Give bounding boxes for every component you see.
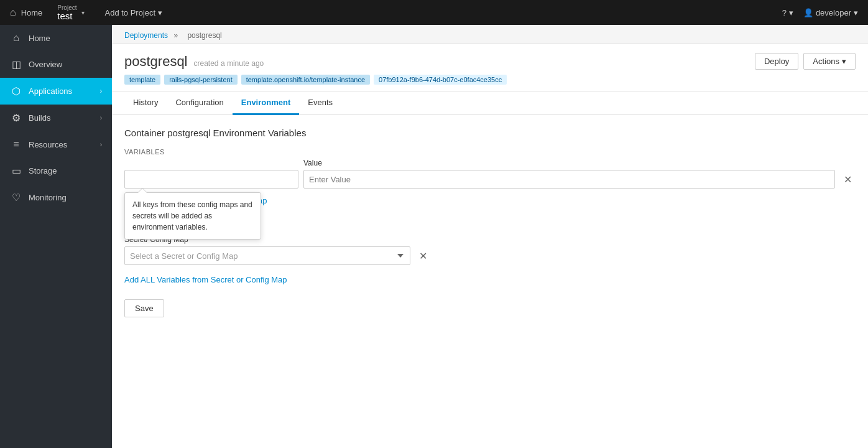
value-col-label: Value [303, 159, 322, 167]
home-nav-item[interactable]: ⌂ Home [10, 7, 42, 18]
home-icon: ⌂ [10, 7, 16, 18]
tabs-bar: History Configuration Environment Events [112, 91, 868, 115]
breadcrumb-separator: » [173, 31, 178, 40]
page-content: Container postgresql Environment Variabl… [112, 115, 868, 330]
sidebar: ⌂ Home ◫ Overview ⬡ Applications › ⚙ Bui… [0, 25, 112, 448]
secret-config-select[interactable]: Select a Secret or Config Map [124, 246, 410, 265]
tag-rails: rails-pgsql-persistent [164, 75, 237, 85]
sidebar-storage-label: Storage [29, 166, 102, 175]
tag-template: template [124, 75, 160, 85]
sidebar-item-home[interactable]: ⌂ Home [0, 25, 112, 51]
tag-template-instance: template.openshift.io/template-instance [241, 75, 370, 85]
project-chevron-icon: ▾ [81, 9, 85, 16]
page-title-row: postgresql created a minute ago Deploy A… [124, 53, 856, 70]
name-column-header [124, 158, 298, 167]
tag-uuid: 07fb912a-f9b6-474d-b07c-e0fac4ce35cc [374, 75, 507, 85]
resources-arrow-icon: › [100, 141, 102, 148]
sidebar-builds-label: Builds [29, 113, 94, 123]
sidebar-item-storage[interactable]: ▭ Storage [0, 157, 112, 184]
builds-icon: ⚙ [10, 112, 22, 124]
sidebar-monitoring-label: Monitoring [29, 193, 102, 202]
sidebar-resources-label: Resources [29, 140, 94, 149]
sidebar-item-overview[interactable]: ◫ Overview [0, 51, 112, 78]
deploy-button[interactable]: Deploy [755, 53, 798, 70]
add-to-project-label: Add to Project [104, 8, 155, 17]
top-nav-right: ? ▾ 👤 developer ▾ [782, 8, 858, 17]
sidebar-applications-label: Applications [29, 86, 94, 96]
breadcrumb-deployments-link[interactable]: Deployments [124, 31, 168, 40]
sidebar-item-resources[interactable]: ≡ Resources › [0, 131, 112, 157]
sidebar-home-label: Home [29, 34, 102, 43]
save-button[interactable]: Save [124, 299, 164, 317]
help-chevron-icon: ▾ [789, 8, 793, 17]
tooltip-text: All keys from these config maps and secr… [132, 200, 252, 231]
add-all-variables-container: Add ALL Variables from Secret or Config … [124, 273, 856, 284]
main-layout: ⌂ Home ◫ Overview ⬡ Applications › ⚙ Bui… [0, 25, 868, 448]
project-selector[interactable]: Project test ▾ [57, 5, 85, 21]
sidebar-item-applications[interactable]: ⬡ Applications › [0, 78, 112, 105]
top-navigation: ⌂ Home Project test ▾ Add to Project ▾ ?… [0, 0, 868, 25]
help-button[interactable]: ? ▾ [782, 8, 793, 17]
project-name: test [57, 11, 76, 21]
project-label: Project [57, 5, 76, 11]
resources-icon: ≡ [10, 139, 22, 150]
builds-arrow-icon: › [100, 114, 102, 121]
breadcrumb-current: postgresql [187, 31, 221, 40]
user-menu-button[interactable]: 👤 developer ▾ [803, 8, 858, 17]
section-title: Container postgresql Environment Variabl… [124, 128, 856, 138]
variables-header: VARIABLES [124, 148, 856, 156]
actions-label: Actions [813, 57, 839, 66]
home-sidebar-icon: ⌂ [10, 32, 22, 44]
value-column-header: Value [303, 158, 856, 167]
tooltip-box: All keys from these config maps and secr… [124, 192, 261, 240]
sidebar-item-builds[interactable]: ⚙ Builds › [0, 105, 112, 131]
storage-icon: ▭ [10, 165, 22, 177]
actions-chevron-icon: ▾ [842, 57, 846, 66]
tab-configuration[interactable]: Configuration [167, 91, 232, 115]
remove-secret-config-button[interactable]: ✕ [415, 249, 431, 263]
tags-row: template rails-pgsql-persistent template… [124, 75, 856, 85]
actions-button[interactable]: Actions ▾ [803, 53, 856, 70]
name-input-container: All keys from these config maps and secr… [124, 170, 298, 189]
user-menu-chevron-icon: ▾ [854, 8, 858, 17]
page-header-actions: Deploy Actions ▾ [755, 53, 856, 70]
content-area: Deployments » postgresql postgresql crea… [112, 25, 868, 448]
add-to-project-button[interactable]: Add to Project ▾ [104, 8, 162, 17]
monitoring-icon: ♡ [10, 192, 22, 203]
home-label: Home [21, 8, 43, 17]
tab-environment[interactable]: Environment [233, 91, 299, 115]
variable-row: All keys from these config maps and secr… [124, 170, 856, 189]
variables-section: VARIABLES Value All keys from these conf… [124, 148, 856, 205]
page-subtitle: created a minute ago [194, 59, 264, 68]
overview-icon: ◫ [10, 58, 22, 70]
applications-icon: ⬡ [10, 85, 22, 97]
remove-variable-button[interactable]: ✕ [840, 172, 856, 187]
user-icon: 👤 [803, 8, 813, 17]
page-title: postgresql [124, 54, 188, 70]
page-header: postgresql created a minute ago Deploy A… [112, 44, 868, 91]
user-name-label: developer [816, 8, 851, 17]
page-title-left: postgresql created a minute ago [124, 54, 264, 70]
variable-column-headers: Value [124, 158, 856, 167]
tab-events[interactable]: Events [299, 91, 341, 115]
variable-name-input[interactable] [124, 170, 298, 189]
add-all-variables-link[interactable]: Add ALL Variables from Secret or Config … [124, 275, 287, 284]
help-icon: ? [782, 8, 787, 17]
applications-arrow-icon: › [100, 88, 102, 95]
variable-value-input[interactable] [303, 170, 835, 189]
tab-history[interactable]: History [124, 91, 167, 115]
sidebar-item-monitoring[interactable]: ♡ Monitoring [0, 184, 112, 211]
add-to-project-chevron-icon: ▾ [158, 8, 162, 17]
sidebar-overview-label: Overview [29, 60, 102, 69]
breadcrumb: Deployments » postgresql [112, 25, 868, 44]
secret-config-row: Select a Secret or Config Map ✕ [124, 246, 856, 265]
